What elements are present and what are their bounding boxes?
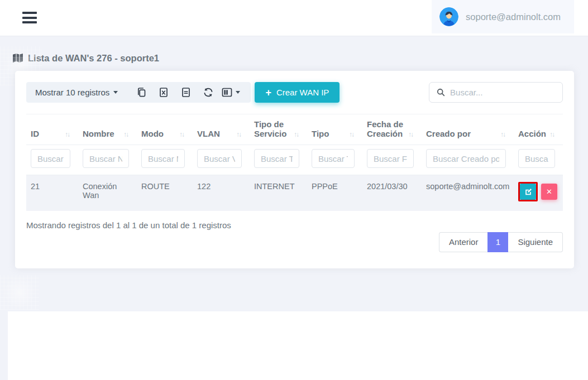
cell-actions: ✕: [514, 175, 563, 211]
header-row: ID↑↓ Nombre↑↓ Modo↑↓ VLAN↑↓ Tipo de Serv…: [26, 114, 563, 145]
table-footer: Mostrando registros del 1 al 1 de un tot…: [26, 211, 563, 252]
click-highlight-box: [518, 182, 538, 201]
left-edge-decoration: [0, 311, 8, 380]
background-sparkle-decoration: [0, 275, 39, 310]
delete-button[interactable]: ✕: [541, 184, 557, 200]
filter-input-nombre[interactable]: [83, 149, 129, 168]
column-header-accion[interactable]: Acción↑↓: [514, 114, 563, 145]
records-info: Mostrando registros del 1 al 1 de un tot…: [26, 220, 231, 230]
filter-input-vlan[interactable]: [197, 149, 242, 168]
cell-id: 21: [26, 175, 78, 211]
create-wan-ip-label: Crear WAN IP: [276, 88, 329, 97]
excel-export-button[interactable]: [152, 87, 175, 98]
chevron-down-icon: [236, 91, 240, 94]
user-avatar: [439, 7, 458, 26]
column-visibility-button[interactable]: [219, 88, 242, 97]
pagination-prev-button[interactable]: Anterior: [439, 232, 488, 252]
column-header-nombre[interactable]: Nombre↑↓: [78, 114, 137, 145]
cell-fecha-creacion: 2021/03/30: [362, 175, 422, 211]
content-area: Lista de WAN's 276 - soporte1 Mostrar 10…: [0, 36, 588, 311]
pagination-page-1-button[interactable]: 1: [487, 232, 508, 252]
filter-input-id[interactable]: [31, 149, 70, 168]
sort-icon[interactable]: ↑↓: [549, 131, 560, 138]
cell-nombre: Conexión Wan: [78, 175, 137, 211]
global-search: [429, 82, 563, 103]
filter-input-creado-por[interactable]: [426, 149, 506, 168]
sort-icon[interactable]: ↑↓: [65, 131, 75, 138]
length-menu-label: Mostrar 10 registros: [35, 88, 109, 97]
cell-creado-por: soporte@adminolt.com: [422, 175, 514, 211]
search-icon: [437, 88, 445, 97]
sort-icon[interactable]: ↑↓: [349, 131, 359, 138]
cell-vlan: 122: [193, 175, 250, 211]
cell-tipo-servicio: INTERNET: [250, 175, 307, 211]
column-header-modo[interactable]: Modo↑↓: [137, 114, 193, 145]
columns-icon: [222, 88, 232, 97]
edit-button[interactable]: [520, 184, 536, 200]
column-header-id[interactable]: ID↑↓: [26, 114, 78, 145]
table-toolbar: Mostrar 10 registros: [26, 82, 563, 103]
topbar: soporte@adminolt.com: [0, 0, 588, 36]
sort-icon[interactable]: ↑↓: [179, 131, 189, 138]
pagination: Anterior 1 Siguiente: [439, 232, 563, 252]
sort-icon[interactable]: ↑↓: [500, 131, 510, 138]
user-email: soporte@adminolt.com: [466, 12, 561, 22]
menu-hamburger-icon[interactable]: [22, 12, 37, 24]
column-header-fecha-creacion[interactable]: Fecha de Creación↑↓: [362, 114, 422, 145]
toolbar-button-group: Mostrar 10 registros: [26, 82, 251, 103]
column-header-vlan[interactable]: VLAN↑↓: [193, 114, 250, 145]
page-title: Lista de WAN's 276 - soporte1: [28, 53, 159, 64]
plus-icon: +: [265, 88, 271, 98]
cell-tipo: PPPoE: [307, 175, 362, 211]
page-header: Lista de WAN's 276 - soporte1: [0, 36, 588, 64]
sort-icon[interactable]: ↑↓: [408, 131, 418, 138]
filter-input-tipo[interactable]: [312, 149, 355, 168]
filter-input-accion[interactable]: [518, 149, 555, 168]
length-menu-dropdown[interactable]: Mostrar 10 registros: [35, 88, 118, 97]
table-row: 21 Conexión Wan ROUTE 122 INTERNET PPPoE…: [26, 175, 563, 211]
filter-input-tipo-servicio[interactable]: [254, 149, 299, 168]
column-header-tipo[interactable]: Tipo↑↓: [307, 114, 362, 145]
refresh-icon: [203, 87, 214, 98]
search-input[interactable]: [450, 88, 555, 97]
create-wan-ip-button[interactable]: + Crear WAN IP: [255, 82, 340, 103]
wan-table: ID↑↓ Nombre↑↓ Modo↑↓ VLAN↑↓ Tipo de Serv…: [26, 114, 563, 211]
file-icon: [181, 87, 191, 98]
reload-button[interactable]: [197, 87, 219, 98]
chevron-down-icon: [113, 91, 118, 94]
sort-icon[interactable]: ↑↓: [294, 131, 304, 138]
filter-input-modo[interactable]: [141, 149, 185, 168]
user-menu[interactable]: soporte@adminolt.com: [432, 0, 574, 33]
filter-input-fecha[interactable]: [367, 149, 414, 168]
filter-row: [26, 145, 563, 175]
copy-icon: [136, 87, 147, 98]
map-icon: [12, 52, 23, 64]
sort-icon[interactable]: ↑↓: [236, 131, 246, 138]
copy-button[interactable]: [130, 87, 152, 98]
cell-modo: ROUTE: [137, 175, 193, 211]
column-header-tipo-servicio[interactable]: Tipo de Servicio↑↓: [250, 114, 307, 145]
sort-icon[interactable]: ↑↓: [123, 131, 133, 138]
file-export-button[interactable]: [175, 87, 197, 98]
edit-pencil-icon: [524, 188, 532, 196]
pagination-next-button[interactable]: Siguiente: [508, 232, 563, 252]
x-icon: ✕: [546, 187, 552, 196]
wan-list-card: Mostrar 10 registros: [15, 71, 574, 268]
column-header-creado-por[interactable]: Creado por↑↓: [422, 114, 514, 145]
excel-icon: [159, 87, 169, 98]
